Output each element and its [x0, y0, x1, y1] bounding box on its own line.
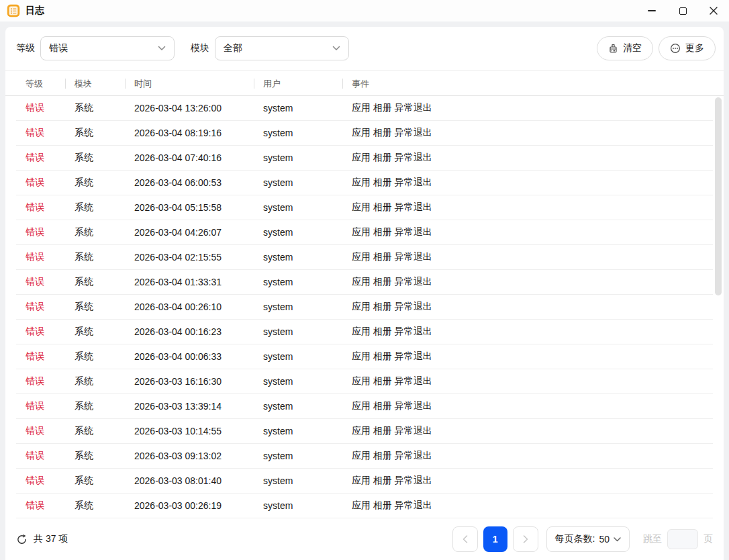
table-row[interactable]: 错误 系统 2026-03-04 00:06:33 system 应用 相册 异…: [16, 344, 713, 369]
cell-event: 应用 相册 异常退出: [342, 276, 713, 288]
table-row[interactable]: 错误 系统 2026-03-03 10:14:55 system 应用 相册 异…: [16, 419, 713, 444]
prev-page-button[interactable]: [452, 526, 478, 552]
cell-event: 应用 相册 异常退出: [342, 450, 713, 462]
cell-event: 应用 相册 异常退出: [342, 400, 713, 412]
cell-level: 错误: [16, 351, 65, 363]
cell-event: 应用 相册 异常退出: [342, 351, 713, 363]
next-page-button[interactable]: [513, 526, 538, 552]
more-button[interactable]: 更多: [659, 36, 716, 60]
filter-bar: 等级 错误 模块 全部 清空 更多: [5, 27, 724, 70]
cell-module: 系统: [65, 326, 125, 338]
minimize-button[interactable]: [636, 0, 667, 21]
refresh-button[interactable]: [16, 534, 28, 545]
cell-module: 系统: [65, 375, 125, 387]
cell-time: 2026-03-04 00:26:10: [125, 301, 254, 312]
more-button-label: 更多: [685, 42, 704, 54]
chevron-right-icon: [523, 535, 528, 543]
table-row[interactable]: 错误 系统 2026-03-04 00:16:23 system 应用 相册 异…: [16, 320, 713, 344]
table-row[interactable]: 错误 系统 2026-03-04 05:15:58 system 应用 相册 异…: [16, 195, 713, 220]
cell-time: 2026-03-04 08:19:16: [125, 128, 254, 138]
cell-level: 错误: [16, 475, 65, 487]
column-header-event: 事件: [342, 71, 713, 97]
page-size-select[interactable]: 每页条数: 50: [546, 526, 630, 552]
level-select[interactable]: 错误: [40, 36, 175, 60]
table-row[interactable]: 错误 系统 2026-03-04 02:15:55 system 应用 相册 异…: [16, 245, 713, 270]
cell-level: 错误: [16, 201, 65, 214]
table-row[interactable]: 错误 系统 2026-03-04 08:19:16 system 应用 相册 异…: [16, 121, 713, 146]
footer-bar: 共 37 项 1 每页条数: 50 跳至 页: [5, 518, 724, 560]
clear-button[interactable]: 清空: [597, 36, 653, 60]
cell-event: 应用 相册 异常退出: [342, 251, 713, 263]
jump-to-page: 跳至 页: [643, 529, 713, 549]
cell-user: system: [254, 401, 342, 412]
cell-time: 2026-03-04 04:26:07: [125, 227, 254, 238]
cell-module: 系统: [65, 226, 125, 238]
table-row[interactable]: 错误 系统 2026-03-03 09:13:02 system 应用 相册 异…: [16, 444, 713, 469]
module-select[interactable]: 全部: [215, 36, 349, 60]
cell-user: system: [254, 376, 342, 387]
cell-time: 2026-03-04 00:16:23: [125, 326, 254, 337]
cell-module: 系统: [65, 102, 125, 114]
cell-module: 系统: [65, 475, 125, 487]
cell-level: 错误: [16, 177, 65, 189]
cell-level: 错误: [16, 450, 65, 462]
table-header: 等级 模块 时间 用户 事件: [5, 70, 724, 96]
table-row[interactable]: 错误 系统 2026-03-04 04:26:07 system 应用 相册 异…: [16, 220, 713, 245]
table-body: 错误 系统 2026-03-04 13:26:00 system 应用 相册 异…: [5, 96, 724, 518]
table-row[interactable]: 错误 系统 2026-03-04 13:26:00 system 应用 相册 异…: [16, 96, 713, 121]
cell-module: 系统: [65, 351, 125, 363]
cell-event: 应用 相册 异常退出: [342, 425, 713, 437]
cell-time: 2026-03-04 05:15:58: [125, 202, 254, 213]
cell-level: 错误: [16, 425, 65, 437]
cell-user: system: [254, 128, 342, 138]
table-row[interactable]: 错误 系统 2026-03-04 01:33:31 system 应用 相册 异…: [16, 270, 713, 295]
cell-level: 错误: [16, 375, 65, 387]
chevron-down-icon: [332, 46, 340, 51]
cell-module: 系统: [65, 127, 125, 139]
cell-time: 2026-03-03 09:13:02: [125, 451, 254, 461]
cell-level: 错误: [16, 276, 65, 288]
cell-user: system: [254, 177, 342, 188]
cell-time: 2026-03-03 10:14:55: [125, 426, 254, 436]
table-row[interactable]: 错误 系统 2026-03-03 08:01:40 system 应用 相册 异…: [16, 469, 713, 494]
cell-module: 系统: [65, 152, 125, 164]
cell-module: 系统: [65, 251, 125, 263]
module-select-value: 全部: [224, 42, 332, 54]
chevron-down-icon: [614, 537, 621, 542]
jump-page-input[interactable]: [667, 529, 698, 549]
maximize-button[interactable]: [667, 0, 698, 21]
cell-level: 错误: [16, 251, 65, 263]
cell-event: 应用 相册 异常退出: [342, 301, 713, 313]
cell-level: 错误: [16, 152, 65, 164]
module-filter-label: 模块: [191, 42, 209, 54]
scrollbar-thumb[interactable]: [715, 97, 722, 295]
current-page-button[interactable]: 1: [483, 526, 507, 552]
cell-time: 2026-03-03 13:39:14: [125, 401, 254, 412]
cell-time: 2026-03-04 01:33:31: [125, 277, 254, 287]
cell-level: 错误: [16, 301, 65, 313]
minimize-icon: [648, 10, 656, 11]
cell-time: 2026-03-03 16:16:30: [125, 376, 254, 387]
action-buttons: 清空 更多: [597, 36, 716, 60]
column-header-time: 时间: [125, 71, 254, 97]
close-button[interactable]: [698, 0, 729, 21]
cell-user: system: [254, 202, 342, 213]
cell-level: 错误: [16, 127, 65, 139]
table-row[interactable]: 错误 系统 2026-03-04 00:26:10 system 应用 相册 异…: [16, 295, 713, 320]
page-size-label: 每页条数:: [555, 533, 595, 545]
table-row[interactable]: 错误 系统 2026-03-03 16:16:30 system 应用 相册 异…: [16, 369, 713, 394]
cell-event: 应用 相册 异常退出: [342, 102, 713, 114]
cell-time: 2026-03-04 07:40:16: [125, 152, 254, 163]
table-row[interactable]: 错误 系统 2026-03-04 07:40:16 system 应用 相册 异…: [16, 146, 713, 171]
table-row[interactable]: 错误 系统 2026-03-03 13:39:14 system 应用 相册 异…: [16, 394, 713, 419]
window-title: 日志: [26, 5, 44, 17]
table-row[interactable]: 错误 系统 2026-03-04 06:00:53 system 应用 相册 异…: [16, 171, 713, 195]
cell-event: 应用 相册 异常退出: [342, 127, 713, 139]
cell-time: 2026-03-04 02:15:55: [125, 252, 254, 263]
table-row[interactable]: 错误 系统 2026-03-03 00:26:19 system 应用 相册 异…: [16, 494, 713, 518]
window-controls: [636, 0, 729, 21]
cell-user: system: [254, 252, 342, 263]
close-icon: [710, 7, 718, 15]
refresh-icon: [16, 534, 28, 545]
broom-icon: [608, 44, 618, 54]
